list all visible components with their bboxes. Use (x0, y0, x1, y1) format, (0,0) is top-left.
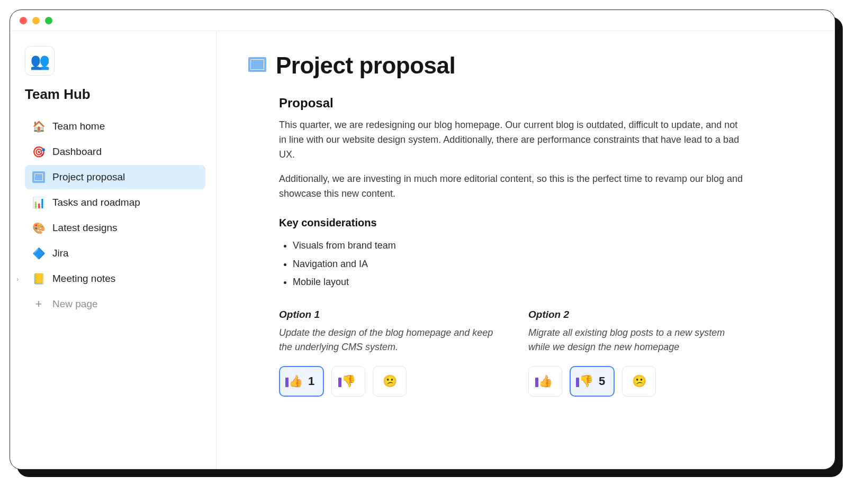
confused-icon (632, 374, 646, 388)
list-item: Navigation and IA (293, 255, 746, 273)
sidebar: 👥 Team Hub 🏠 Team home 🎯 Dashboard Proje… (10, 31, 217, 469)
notes-icon: 📒 (32, 272, 45, 285)
app-window: 👥 Team Hub 🏠 Team home 🎯 Dashboard Proje… (10, 10, 835, 470)
option-title: Option 1 (279, 309, 497, 320)
reaction-confused[interactable] (622, 366, 656, 397)
sidebar-item-team-home[interactable]: 🏠 Team home (25, 114, 205, 139)
options-row: Option 1 Update the design of the blog h… (279, 309, 746, 397)
sidebar-item-label: Latest designs (52, 222, 118, 234)
sidebar-item-label: Team home (52, 121, 105, 132)
list-item: Visuals from brand team (293, 236, 746, 254)
sidebar-item-meeting-notes[interactable]: › 📒 Meeting notes (25, 267, 205, 291)
sidebar-item-project-proposal[interactable]: Project proposal (25, 165, 205, 189)
paragraph: Additionally, we are investing in much m… (279, 172, 746, 201)
main-content: Project proposal Proposal This quarter, … (217, 31, 835, 469)
sidebar-item-label: Tasks and roadmap (52, 197, 140, 208)
thumbs-up-icon (289, 374, 303, 388)
thumbs-up-icon (538, 374, 553, 388)
section-heading-proposal: Proposal (279, 96, 746, 111)
reaction-thumbs-up[interactable] (528, 366, 562, 397)
close-window-icon[interactable] (20, 17, 27, 24)
sidebar-item-jira[interactable]: 🔷 Jira (25, 241, 205, 265)
section-heading-key-considerations: Key considerations (279, 217, 746, 229)
home-icon: 🏠 (32, 120, 45, 133)
sidebar-item-latest-designs[interactable]: 🎨 Latest designs (25, 216, 205, 240)
maximize-window-icon[interactable] (45, 17, 52, 24)
option-1: Option 1 Update the design of the blog h… (279, 309, 497, 397)
sidebar-item-label: Dashboard (52, 146, 102, 158)
sidebar-item-label: Meeting notes (52, 273, 115, 285)
sidebar-item-label: New page (52, 298, 98, 310)
reaction-row: 5 (528, 366, 746, 397)
reaction-confused[interactable] (373, 366, 407, 397)
reaction-count: 1 (308, 374, 314, 388)
jira-icon: 🔷 (32, 247, 45, 260)
reaction-thumbs-up[interactable]: 1 (279, 366, 324, 397)
sidebar-item-dashboard[interactable]: 🎯 Dashboard (25, 140, 205, 164)
option-title: Option 2 (528, 309, 746, 320)
page-header: Project proposal (248, 52, 803, 79)
chevron-right-icon[interactable]: › (16, 275, 19, 283)
plus-icon: + (32, 298, 45, 310)
page-icon[interactable] (248, 56, 266, 76)
tasks-icon: 📊 (32, 196, 45, 209)
reaction-thumbs-down[interactable] (331, 366, 365, 397)
sidebar-nav: 🏠 Team home 🎯 Dashboard Project proposal… (25, 114, 205, 316)
target-icon: 🎯 (32, 145, 45, 158)
bullet-list: Visuals from brand team Navigation and I… (279, 236, 746, 291)
people-icon: 👥 (30, 52, 50, 70)
workspace-icon[interactable]: 👥 (25, 46, 55, 76)
paragraph: This quarter, we are redesigning our blo… (279, 118, 746, 162)
thumbs-down-icon (579, 374, 593, 388)
option-description: Migrate all existing blog posts to a new… (528, 326, 746, 355)
option-description: Update the design of the blog homepage a… (279, 326, 497, 355)
sidebar-item-label: Project proposal (52, 171, 125, 183)
reaction-row: 1 (279, 366, 497, 397)
sidebar-item-tasks-roadmap[interactable]: 📊 Tasks and roadmap (25, 190, 205, 215)
page-body[interactable]: Proposal This quarter, we are redesignin… (248, 96, 746, 397)
thumbs-down-icon (341, 374, 356, 388)
confused-icon (383, 374, 397, 388)
page-title[interactable]: Project proposal (276, 52, 455, 79)
blueprint-icon (32, 171, 45, 184)
minimize-window-icon[interactable] (32, 17, 40, 24)
window-titlebar (10, 10, 835, 31)
reaction-count: 5 (599, 374, 605, 388)
list-item: Mobile layout (293, 273, 746, 291)
sidebar-new-page[interactable]: + New page (25, 292, 205, 316)
figma-icon: 🎨 (32, 222, 45, 234)
reaction-thumbs-down[interactable]: 5 (570, 366, 615, 397)
workspace-title: Team Hub (25, 86, 205, 103)
sidebar-item-label: Jira (52, 248, 69, 259)
option-2: Option 2 Migrate all existing blog posts… (528, 309, 746, 397)
